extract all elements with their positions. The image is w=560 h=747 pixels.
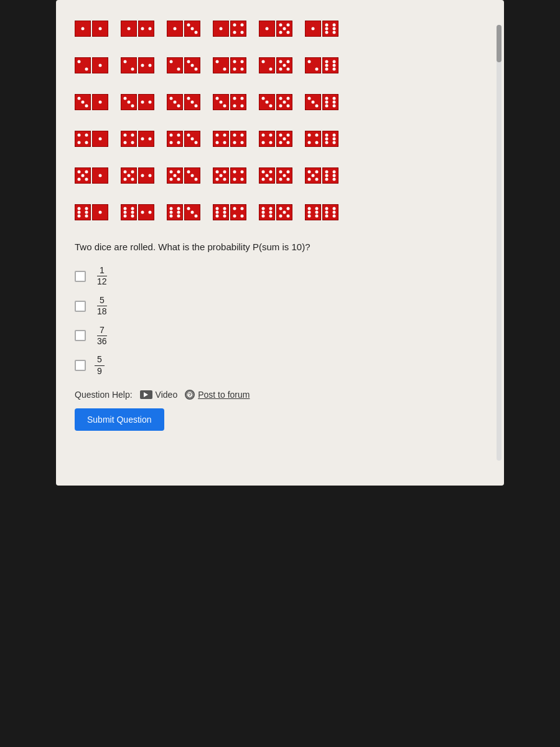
list-item: 5 18	[75, 296, 485, 317]
svg-point-14	[195, 31, 198, 34]
svg-rect-135	[75, 131, 91, 147]
question-text: Two dice are rolled. What is the probabi…	[75, 240, 485, 253]
svg-point-126	[312, 100, 315, 103]
forum-link[interactable]: Post to forum	[185, 390, 250, 400]
svg-point-227	[241, 170, 244, 173]
svg-point-318	[325, 207, 329, 210]
svg-point-231	[262, 170, 265, 173]
svg-point-141	[99, 137, 102, 140]
scrollbar-thumb[interactable]	[497, 25, 502, 62]
svg-point-71	[283, 63, 286, 67]
dice-pair-1-2	[121, 11, 164, 45]
svg-point-284	[195, 214, 198, 217]
option-checkbox-2[interactable]	[75, 301, 86, 312]
svg-point-113	[241, 104, 244, 107]
svg-point-161	[223, 133, 226, 136]
svg-point-162	[216, 141, 219, 144]
svg-point-278	[177, 210, 180, 214]
svg-point-224	[223, 177, 226, 181]
svg-point-186	[325, 133, 329, 136]
svg-point-121	[283, 100, 286, 103]
svg-point-244	[315, 170, 319, 173]
option-checkbox-3[interactable]	[75, 330, 86, 341]
svg-point-171	[269, 133, 273, 136]
svg-point-120	[287, 96, 290, 100]
svg-point-138	[78, 141, 81, 144]
svg-point-145	[124, 141, 127, 144]
fraction-1: 1 12	[95, 266, 110, 287]
dice-pair-2-1	[75, 48, 118, 82]
svg-point-85	[78, 96, 81, 100]
svg-rect-65	[259, 57, 275, 73]
list-item: 5 9	[75, 355, 485, 376]
svg-point-197	[85, 177, 88, 181]
svg-point-34	[333, 23, 336, 26]
svg-point-170	[262, 133, 265, 136]
svg-point-268	[131, 210, 134, 214]
svg-rect-57	[213, 57, 229, 73]
svg-point-8	[149, 27, 152, 30]
svg-rect-159	[213, 131, 229, 147]
svg-point-295	[233, 214, 236, 217]
option-checkbox-1[interactable]	[75, 271, 86, 282]
svg-point-195	[82, 174, 85, 177]
svg-point-61	[233, 60, 236, 63]
svg-point-107	[220, 100, 223, 103]
svg-point-102	[187, 96, 190, 100]
svg-point-299	[269, 207, 273, 210]
svg-point-72	[279, 67, 282, 70]
svg-rect-264	[121, 204, 137, 220]
svg-point-241	[287, 177, 290, 181]
svg-point-276	[177, 207, 180, 210]
dice-pair-2-5	[259, 48, 302, 82]
svg-point-181	[308, 133, 311, 136]
svg-point-63	[233, 67, 236, 70]
scrollbar[interactable]	[497, 25, 502, 461]
svg-point-123	[287, 104, 290, 107]
svg-point-76	[315, 67, 319, 70]
svg-point-313	[308, 210, 311, 214]
svg-point-83	[333, 67, 336, 70]
dice-pair-2-2	[121, 48, 164, 82]
svg-point-166	[241, 133, 244, 136]
svg-point-156	[187, 133, 190, 136]
svg-point-116	[266, 100, 269, 103]
dice-pair-2-4	[213, 48, 256, 82]
svg-point-117	[269, 104, 273, 107]
svg-point-324	[187, 392, 193, 398]
svg-point-260	[78, 214, 81, 217]
svg-point-218	[195, 177, 198, 181]
video-link[interactable]: Video	[140, 390, 178, 400]
svg-point-27	[283, 27, 286, 30]
svg-point-7	[141, 27, 144, 30]
svg-rect-255	[75, 204, 91, 220]
question-help: Question Help: Video Post to forum	[75, 390, 485, 400]
svg-point-301	[269, 210, 273, 214]
svg-rect-274	[167, 204, 183, 220]
dice-pair-3-4	[213, 85, 256, 119]
svg-point-254	[333, 177, 336, 181]
svg-rect-225	[230, 167, 246, 184]
fraction-4: 5 9	[95, 355, 105, 376]
svg-rect-248	[322, 167, 338, 184]
svg-point-316	[315, 214, 319, 217]
svg-point-188	[325, 137, 329, 140]
svg-point-143	[124, 133, 127, 136]
svg-point-144	[131, 133, 134, 136]
svg-point-250	[333, 170, 336, 173]
svg-point-87	[85, 104, 88, 107]
svg-point-154	[177, 141, 180, 144]
svg-point-115	[262, 96, 265, 100]
svg-point-48	[141, 63, 144, 67]
svg-rect-285	[213, 204, 229, 220]
dice-pair-6-6	[305, 195, 348, 229]
svg-point-252	[333, 174, 336, 177]
submit-question-button[interactable]: Submit Question	[75, 408, 164, 431]
svg-point-73	[287, 67, 290, 70]
option-checkbox-4[interactable]	[75, 360, 86, 371]
svg-point-163	[223, 141, 226, 144]
svg-point-267	[124, 210, 127, 214]
svg-point-33	[325, 23, 329, 26]
svg-point-263	[99, 210, 102, 214]
svg-point-203	[128, 174, 131, 177]
